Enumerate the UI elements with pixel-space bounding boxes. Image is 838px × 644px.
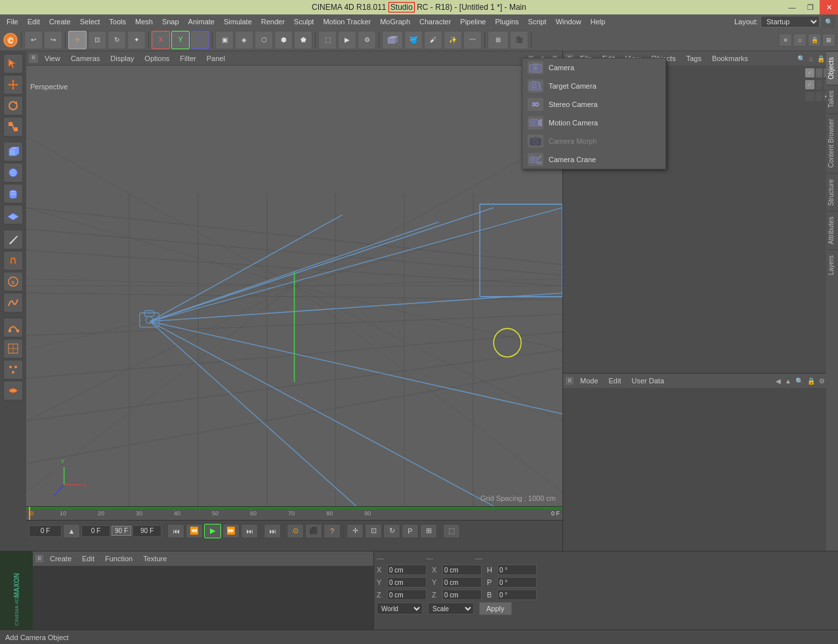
grid-button[interactable]: ⊞ (488, 31, 509, 49)
menu-file[interactable]: File (3, 16, 22, 27)
tool-mesh[interactable] (3, 339, 23, 358)
coords-x-pos[interactable]: 0 cm (387, 565, 427, 575)
attr-lock-icon[interactable]: 🔒 (806, 377, 816, 385)
menu-script[interactable]: Script (524, 16, 551, 27)
vp-menu-display[interactable]: Display (106, 53, 138, 64)
om-home-icon[interactable]: ⌂ (808, 55, 814, 62)
me-menu-function[interactable]: Function (101, 553, 136, 564)
coords-y-pos[interactable]: 0 cm (387, 577, 427, 588)
coords-h-val[interactable]: 0 ° (497, 565, 537, 575)
menu-character[interactable]: Character (415, 16, 455, 27)
tc-play[interactable]: ▶ (204, 524, 221, 538)
tc2-check-icon[interactable]: · (805, 92, 814, 101)
attr-settings-icon[interactable]: ⚙ (818, 377, 826, 385)
texture-mode-button[interactable]: ◈ (235, 31, 253, 49)
cm-item-motion-camera[interactable]: Motion Camera (522, 114, 665, 132)
hair-button[interactable]: 〰 (463, 31, 482, 49)
coords-world-dropdown[interactable]: World (377, 603, 423, 614)
om-menu-bookmarks[interactable]: Bookmarks (708, 53, 752, 64)
layout-dropdown[interactable]: Startup (761, 16, 820, 28)
tab-objects[interactable]: Objects (826, 51, 838, 85)
tab-content-browser[interactable]: Content Browser (826, 113, 838, 173)
tc-auto-key[interactable]: ? (324, 524, 341, 538)
attr-search-icon[interactable]: 🔍 (794, 377, 805, 385)
cm-item-camera-morph[interactable]: Camera Morph (522, 132, 665, 150)
tool-magnet[interactable] (3, 251, 23, 270)
lock-button[interactable]: 🔒 (808, 33, 821, 47)
create-tool-button[interactable]: ✦ (127, 31, 146, 49)
expand-button[interactable]: ⊞ (822, 33, 835, 47)
rotate-tool-button[interactable]: ↻ (108, 31, 126, 49)
coords-p-val[interactable]: 0 ° (497, 577, 537, 588)
poly-mode-button[interactable]: ⬟ (294, 31, 312, 49)
tool-particles[interactable] (3, 360, 23, 379)
home-button[interactable]: ⌂ (793, 33, 807, 47)
menu-render[interactable]: Render (257, 16, 289, 27)
vp-menu-options[interactable]: Options (140, 53, 173, 64)
vp-menu-view[interactable]: View (41, 53, 64, 64)
camera-view-button[interactable]: 🎥 (510, 31, 528, 49)
tc-move-tool2[interactable]: ✛ (346, 524, 364, 538)
menu-simulate[interactable]: Simulate (220, 16, 256, 27)
me-menu-edit[interactable]: Edit (78, 553, 98, 564)
timeline-ruler[interactable]: 0 10 20 30 40 50 60 70 80 90 0 F (26, 507, 562, 520)
frame-current-input[interactable] (29, 525, 62, 537)
menu-mesh[interactable]: Mesh (131, 16, 157, 27)
coords-scale-dropdown[interactable]: Scale (428, 603, 474, 614)
tab-structure[interactable]: Structure (826, 173, 838, 211)
timeline-playhead[interactable] (29, 507, 30, 520)
coords-x-rot[interactable]: 0 cm (442, 565, 482, 575)
menu-edit[interactable]: Edit (24, 16, 44, 27)
attr-prev-icon[interactable]: ◀ (774, 377, 782, 385)
menu-mograph[interactable]: MoGraph (376, 16, 414, 27)
tool-cylinder[interactable] (3, 184, 23, 204)
attr-menu-userdata[interactable]: User Data (628, 376, 669, 386)
render-region-button[interactable]: ⬚ (318, 31, 337, 49)
tc-transform[interactable]: P (402, 524, 419, 538)
redo-button[interactable]: ↪ (44, 31, 62, 49)
tc-keyframe[interactable]: ⬚ (443, 524, 460, 538)
coords-apply-button[interactable]: Apply (479, 602, 512, 615)
coords-y-rot[interactable]: 0 cm (442, 577, 482, 588)
tool-knife[interactable] (3, 230, 23, 249)
om-file-button[interactable]: ≡ (779, 33, 792, 47)
attr-next-icon[interactable]: ▲ (784, 377, 793, 385)
cm-item-stereo-camera[interactable]: 3D Stereo Camera (522, 95, 665, 114)
tc-stop-record[interactable]: ⬛ (305, 524, 322, 538)
menu-snap[interactable]: Snap (158, 16, 183, 27)
tc-goto-start[interactable]: ⏮ (167, 524, 184, 538)
restore-button[interactable]: ❐ (801, 0, 820, 14)
cm-item-camera-crane[interactable]: Camera Crane (522, 150, 665, 169)
vp-menu-filter[interactable]: Filter (176, 53, 199, 64)
menu-pipeline[interactable]: Pipeline (456, 16, 490, 27)
menu-select[interactable]: Select (76, 16, 104, 27)
om-search-icon[interactable]: 🔍 (796, 55, 807, 62)
menu-sculpt[interactable]: Sculpt (290, 16, 318, 27)
object-mode-button[interactable]: ▣ (215, 31, 234, 49)
coords-b-val[interactable]: 0 ° (497, 590, 537, 600)
attr-menu-mode[interactable]: Mode (576, 376, 602, 386)
coords-z-rot[interactable]: 0 cm (442, 590, 482, 600)
tc2-dot-icon[interactable]: · (816, 92, 822, 101)
tool-sds[interactable]: S (3, 272, 23, 291)
menu-tools[interactable]: Tools (105, 16, 130, 27)
tc-grid2[interactable]: ⊞ (420, 524, 437, 538)
tc-next-frame[interactable]: ⏩ (222, 524, 240, 538)
axis-x-button[interactable]: X (152, 31, 170, 49)
tab-layers[interactable]: Layers (826, 249, 838, 280)
tool-plane[interactable] (3, 205, 23, 225)
tc-rotate-tool2[interactable]: ↻ (383, 524, 400, 538)
view-cube-button[interactable] (382, 31, 403, 49)
menu-create[interactable]: Create (45, 16, 75, 27)
menu-plugins[interactable]: Plugins (491, 16, 522, 27)
app-logo-button[interactable]: C (3, 32, 18, 48)
tc-scale-tool2[interactable]: ⊡ (365, 524, 382, 538)
render-button[interactable]: ▶ (338, 31, 356, 49)
viewport-grip[interactable]: ⠿ (29, 54, 38, 63)
frame-start-input[interactable] (81, 525, 110, 537)
fx-button[interactable]: ✨ (444, 31, 462, 49)
om-lock-icon[interactable]: 🔒 (816, 55, 826, 62)
brush-button[interactable]: 🖌 (424, 31, 442, 49)
cm-item-target-camera[interactable]: Target Camera (522, 77, 665, 95)
tab-takes[interactable]: Takes (826, 85, 838, 113)
